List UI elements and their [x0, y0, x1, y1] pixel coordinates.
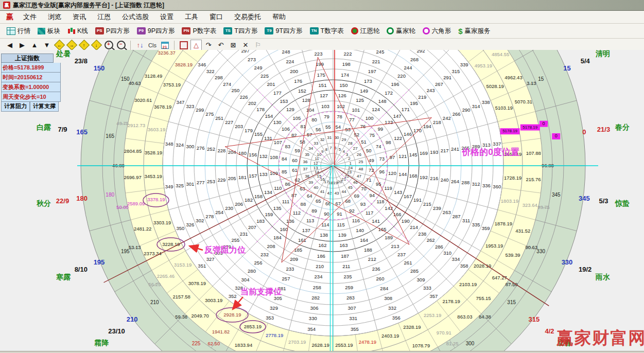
shift-left-button[interactable]: ←: [54, 40, 65, 50]
svg-text:39: 39: [308, 180, 313, 185]
toolbar-button-板块[interactable]: 板块: [34, 25, 64, 37]
nav-left-icon: ◀: [7, 41, 12, 49]
svg-text:209: 209: [290, 256, 298, 262]
svg-text:140: 140: [356, 227, 364, 233]
nav-down-button[interactable]: ▼: [41, 40, 53, 50]
svg-text:175: 175: [317, 72, 325, 78]
target-icon: [351, 27, 358, 34]
menu-item-工具[interactable]: 工具: [179, 11, 204, 23]
menu-item-交易委托[interactable]: 交易委托: [229, 11, 267, 23]
panel-button-计算支撑[interactable]: 计算支撑: [30, 102, 59, 112]
gann-wheel-canvas[interactable]: 1234567891011121314151617181920212223242…: [0, 50, 644, 351]
toolbar-button-江恩轮[interactable]: 江恩轮: [347, 25, 384, 37]
menu-item-资讯[interactable]: 资讯: [67, 11, 92, 23]
svg-text:264: 264: [451, 179, 459, 184]
svg-text:3020.61: 3020.61: [134, 97, 152, 103]
rotate-ccw-button[interactable]: ↶: [215, 40, 227, 50]
svg-text:8: 8: [325, 147, 328, 152]
outer-degree-15: 15: [563, 64, 570, 72]
outer-degree-345: 345: [579, 195, 590, 202]
flag-button[interactable]: ⚐: [252, 40, 264, 50]
calendar-button[interactable]: 21: [159, 40, 170, 50]
svg-text:309: 309: [417, 277, 425, 283]
TN-icon: TN: [310, 27, 319, 34]
svg-text:329: 329: [270, 305, 278, 311]
toolbar-button-P四方形[interactable]: PSP四方形: [92, 25, 133, 37]
rotate-cw-button[interactable]: ↷: [203, 40, 214, 50]
menu-logo-icon: 赢: [2, 12, 18, 22]
toolbar-button-六角形[interactable]: 六角形: [419, 25, 455, 37]
menu-item-窗口[interactable]: 窗口: [204, 11, 229, 23]
menu-item-设置[interactable]: 设置: [154, 11, 179, 23]
t-arrows-button[interactable]: ↑↓: [134, 40, 146, 50]
svg-text:181: 181: [238, 174, 247, 180]
toolbar-button-行情[interactable]: 行情: [3, 25, 34, 37]
svg-text:191: 191: [413, 197, 422, 203]
toolbar-label: P四方形: [106, 27, 130, 36]
svg-text:27: 27: [353, 146, 358, 151]
rect-tool-button[interactable]: [178, 40, 189, 50]
svg-text:119: 119: [385, 185, 392, 191]
menu-item-帮助[interactable]: 帮助: [267, 11, 291, 23]
shift-right-button[interactable]: →: [66, 40, 77, 50]
svg-text:1878.19: 1878.19: [495, 221, 512, 226]
menu-item-浏览[interactable]: 浏览: [42, 11, 67, 23]
toolbar-button-9T四方形[interactable]: T99T四方形: [261, 25, 306, 37]
toolbar-button-赢家服务[interactable]: $赢家服务: [455, 25, 494, 37]
svg-text:194: 194: [423, 123, 431, 129]
shift-up-icon: ↑: [78, 40, 89, 50]
svg-text:105: 105: [292, 115, 301, 121]
shift-up-button[interactable]: ↑: [78, 40, 90, 50]
svg-text:150: 150: [340, 82, 348, 88]
toolbar-button-T四方形[interactable]: TST四方形: [220, 25, 261, 37]
svg-text:219: 219: [418, 94, 426, 100]
svg-text:89: 89: [311, 208, 317, 214]
box-x-button[interactable]: ⊠: [228, 40, 239, 50]
menu-item-文件[interactable]: 文件: [18, 11, 42, 23]
svg-text:3128.49: 3128.49: [145, 73, 162, 79]
panel-button-计算阻力[interactable]: 计算阻力: [1, 102, 30, 112]
shift-down-button[interactable]: ↓: [91, 40, 102, 50]
collapse-button[interactable]: ✕: [240, 40, 251, 50]
svg-text:132: 132: [259, 153, 268, 159]
toolbar-button-P数字表[interactable]: PNP数字表: [178, 25, 220, 37]
menu-item-公式选股[interactable]: 公式选股: [116, 11, 154, 23]
nav-left-button[interactable]: ◀: [4, 40, 15, 50]
svg-text:3.13: 3.13: [527, 80, 536, 86]
svg-text:3678.19: 3678.19: [154, 104, 171, 110]
svg-text:59: 59: [294, 148, 300, 153]
triangle-tool-button[interactable]: △: [190, 40, 202, 50]
toolbar-button-K线[interactable]: K线: [64, 25, 92, 37]
toolbar-button-9P四方形[interactable]: P99P四方形: [133, 25, 179, 37]
zoom-in-button[interactable]: +: [103, 40, 114, 50]
svg-text:284: 284: [380, 286, 388, 291]
svg-text:210: 210: [150, 299, 159, 305]
toolbar-button-赢家轮[interactable]: 赢家轮: [383, 25, 419, 37]
menu-item-江恩[interactable]: 江恩: [92, 11, 116, 23]
toolbar-button-T数字表[interactable]: TNT数字表: [306, 25, 347, 37]
svg-text:50.00: 50.00: [116, 204, 129, 210]
zoom-out-button[interactable]: −: [115, 40, 127, 50]
clear-button[interactable]: Cls: [147, 40, 158, 50]
svg-text:350: 350: [176, 225, 184, 231]
svg-text:256: 256: [254, 260, 263, 266]
toolbar-label: T四方形: [234, 27, 257, 36]
nav-right-button[interactable]: ▶: [16, 40, 28, 50]
svg-text:354: 354: [307, 326, 316, 332]
svg-text:144: 144: [398, 171, 407, 177]
main-toolbar: 行情板块K线PSP四方形P99P四方形PNP数字表TST四方形T99T四方形TN…: [0, 24, 644, 39]
svg-text:48: 48: [359, 167, 363, 171]
solar-term-白露: 白露: [37, 123, 51, 131]
svg-text:115: 115: [337, 222, 345, 227]
svg-text:202: 202: [248, 100, 256, 106]
svg-text:120: 120: [388, 170, 396, 176]
svg-text:222: 222: [344, 51, 352, 57]
svg-text:352: 352: [229, 293, 237, 299]
svg-text:2328.19: 2328.19: [403, 324, 421, 330]
svg-text:61: 61: [292, 167, 298, 173]
outer-degree-180: 180: [76, 195, 88, 202]
svg-text:208: 208: [267, 243, 275, 249]
panel-row-2: 变换系数=1.00000: [1, 82, 61, 92]
svg-text:3528.19: 3528.19: [145, 150, 162, 155]
nav-up-button[interactable]: ▲: [29, 40, 40, 50]
